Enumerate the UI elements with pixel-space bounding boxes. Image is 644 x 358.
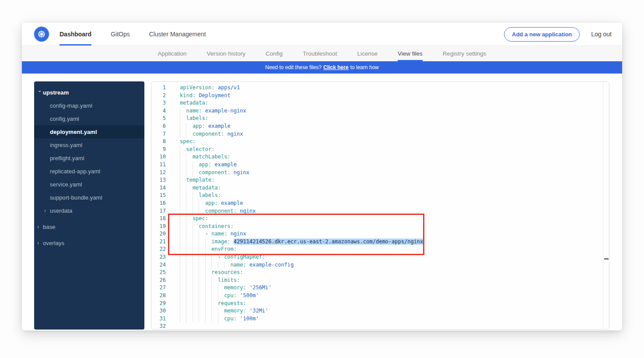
code-line-26[interactable]: 26limits: — [151, 277, 609, 284]
token: name — [211, 231, 224, 237]
code-line-12[interactable]: 12component: nginx — [151, 169, 609, 177]
code-line-9[interactable]: 9selector: — [151, 146, 609, 154]
subnav-tab-application[interactable]: Application — [158, 46, 186, 61]
token: spec — [192, 215, 205, 221]
code-line-21[interactable]: 21image: 429114214526.dkr.ecr.us-east-2.… — [151, 238, 609, 246]
file-tree-item-userdata[interactable]: ›userdata — [34, 204, 144, 217]
token: kind — [180, 92, 192, 98]
line-number: 15 — [151, 192, 166, 200]
indent-guides — [180, 284, 224, 292]
line-number: 26 — [151, 277, 166, 284]
code-line-20[interactable]: 20- name: nginx — [151, 230, 609, 238]
file-tree-item-support-bundle-yaml[interactable]: support-bundle.yaml — [34, 191, 144, 204]
code-line-19[interactable]: 19containers: — [151, 223, 609, 231]
code-text: requests: — [180, 300, 246, 308]
code-text: labels: — [180, 115, 208, 123]
chevron-right-icon[interactable]: › — [37, 240, 43, 246]
code-line-3[interactable]: 3metadata: — [151, 99, 609, 107]
indent-guides — [180, 307, 224, 315]
line-number: 30 — [151, 307, 166, 315]
code-text: name: example-nginx — [180, 107, 246, 115]
token: component — [199, 169, 227, 175]
token: name — [186, 108, 199, 114]
chevron-right-icon[interactable]: › — [37, 224, 43, 229]
edit-files-banner: Need to edit these files? Click here to … — [22, 61, 622, 74]
code-line-10[interactable]: 10matchLabels: — [151, 153, 609, 161]
kubernetes-logo-icon[interactable] — [34, 27, 49, 42]
code-line-18[interactable]: 18spec: — [151, 215, 609, 223]
code-line-1[interactable]: 1apiVersion: apps/v1 — [151, 84, 609, 92]
line-number: 21 — [151, 238, 166, 246]
subnav-tabs: ApplicationVersion historyConfigTroubles… — [22, 46, 622, 61]
code-text: metadata: — [180, 184, 221, 192]
subnav-tab-view-files[interactable]: View files — [398, 46, 423, 61]
indent-guides — [180, 238, 211, 246]
token: metadata — [180, 100, 205, 106]
code-line-25[interactable]: 25resources: — [151, 269, 609, 277]
line-number: 12 — [151, 169, 166, 177]
add-application-button[interactable]: Add a new application — [504, 27, 580, 42]
code-line-29[interactable]: 29requests: — [151, 300, 609, 308]
token — [227, 231, 230, 237]
line-number: 10 — [151, 153, 166, 161]
code-text: app: example — [180, 161, 237, 169]
nav-tab-dashboard[interactable]: Dashboard — [60, 23, 91, 46]
code-line-13[interactable]: 13template: — [151, 176, 609, 184]
token: app — [199, 161, 208, 168]
code-line-16[interactable]: 16app: example — [151, 200, 609, 207]
chevron-down-icon[interactable]: › — [37, 91, 42, 96]
code-line-11[interactable]: 11app: example — [151, 161, 609, 169]
token: : — [231, 223, 234, 229]
subnav-tab-registry-settings[interactable]: Registry settings — [443, 46, 486, 61]
code-line-31[interactable]: 31cpu: '100m' — [151, 315, 609, 323]
code-line-5[interactable]: 5labels: — [151, 115, 609, 123]
editor-scrollbar[interactable] — [603, 82, 609, 329]
code-line-4[interactable]: 4name: example-nginx — [151, 107, 609, 115]
token: : — [205, 215, 208, 221]
yaml-code-editor[interactable]: 1apiVersion: apps/v12kind: Deployment3me… — [151, 81, 609, 330]
file-tree-item-preflight-yaml[interactable]: preflight.yaml — [34, 151, 144, 165]
nav-tab-gitops[interactable]: GitOps — [111, 23, 130, 46]
subnav-tab-troubleshoot[interactable]: Troubleshoot — [303, 46, 337, 61]
code-line-27[interactable]: 27memory: '256Mi' — [151, 284, 609, 292]
file-tree-item-config-map-yaml[interactable]: config-map.yaml — [34, 99, 144, 112]
file-tree-item-ingress-yaml[interactable]: ingress.yaml — [34, 138, 144, 151]
token: labels — [199, 192, 217, 198]
file-tree-item-deployment-yaml[interactable]: deployment.yaml — [34, 125, 144, 138]
token — [231, 239, 234, 245]
indent-guides — [180, 207, 205, 215]
code-line-6[interactable]: 6app: example — [151, 123, 609, 130]
file-tree-item-upstream[interactable]: ›upstream — [34, 86, 144, 99]
indent-guides — [180, 215, 192, 223]
code-line-7[interactable]: 7component: nginx — [151, 130, 609, 138]
token: containers — [199, 223, 230, 229]
file-tree-item-overlays[interactable]: ›overlays — [34, 236, 144, 249]
code-line-8[interactable]: 8spec: — [151, 138, 609, 146]
code-line-32[interactable]: 32 — [151, 323, 609, 330]
banner-click-here-link[interactable]: Click here — [323, 64, 348, 70]
code-line-24[interactable]: 24name: example-config — [151, 261, 609, 269]
code-line-17[interactable]: 17component: nginx — [151, 207, 609, 215]
nav-tab-cluster-management[interactable]: Cluster Management — [149, 23, 206, 46]
chevron-right-icon[interactable]: › — [44, 208, 50, 213]
token: : — [234, 246, 237, 252]
file-tree-item-base[interactable]: ›base — [34, 220, 144, 233]
code-line-30[interactable]: 30memory: '32Mi' — [151, 307, 609, 315]
code-line-15[interactable]: 15labels: — [151, 192, 609, 200]
file-tree-item-config-yaml[interactable]: config.yaml — [34, 112, 144, 125]
code-line-14[interactable]: 14metadata: — [151, 184, 609, 192]
token: '100m' — [240, 316, 259, 322]
file-tree-item-label: config-map.yaml — [50, 102, 92, 109]
code-line-2[interactable]: 2kind: Deployment — [151, 92, 609, 100]
subnav-tab-config[interactable]: Config — [266, 46, 283, 61]
code-line-23[interactable]: 23- configMapRef: — [151, 253, 609, 261]
file-tree-item-service-yaml[interactable]: service.yaml — [34, 178, 144, 191]
code-line-22[interactable]: 22envFrom: — [151, 246, 609, 253]
subnav-tab-license[interactable]: License — [357, 46, 378, 61]
logout-link[interactable]: Log out — [591, 31, 612, 38]
line-number: 4 — [151, 107, 166, 115]
file-tree-item-replicated-app-yaml[interactable]: replicated-app.yaml — [34, 165, 144, 178]
subnav-tab-version-history[interactable]: Version history — [207, 46, 246, 61]
token: : — [243, 300, 246, 306]
code-line-28[interactable]: 28cpu: '500m' — [151, 292, 609, 300]
